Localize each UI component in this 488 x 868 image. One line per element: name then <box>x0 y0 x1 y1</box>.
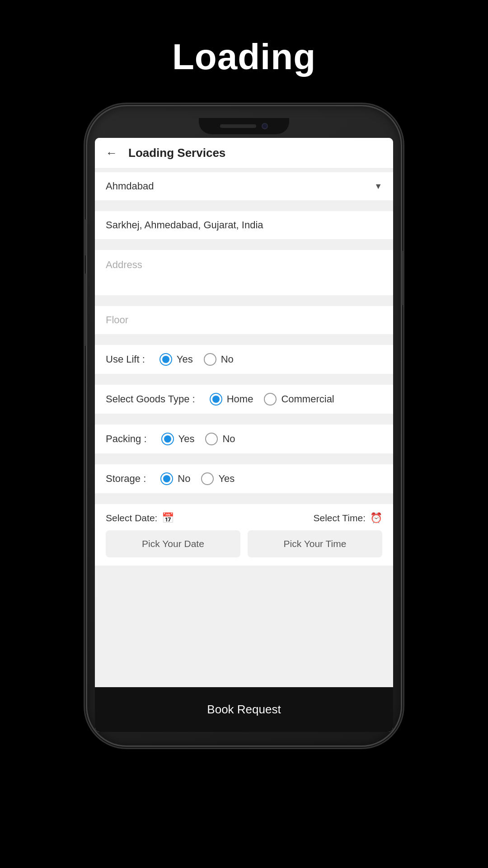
pick-date-button[interactable]: Pick Your Date <box>106 530 240 557</box>
separator <box>95 377 393 381</box>
storage-yes-label: Yes <box>218 473 235 485</box>
app-bar: ← Loading Services <box>95 138 393 169</box>
packing-no-option[interactable]: No <box>205 433 235 445</box>
packing-yes-label: Yes <box>178 433 195 445</box>
address-placeholder: Address <box>106 259 142 271</box>
location-value: Sarkhej, Ahmedabad, Gujarat, India <box>106 219 263 231</box>
goods-commercial-label: Commercial <box>281 393 334 405</box>
page-title: Loading <box>172 36 316 78</box>
goods-type-group: Select Goods Type : Home Commercial <box>95 385 393 414</box>
address-field[interactable]: Address <box>95 250 393 295</box>
app-bar-title: Loading Services <box>128 146 225 160</box>
use-lift-yes-radio[interactable] <box>160 353 172 366</box>
goods-home-radio[interactable] <box>210 393 222 406</box>
use-lift-label: Use Lift : <box>106 354 145 365</box>
separator <box>95 243 393 246</box>
datetime-section: Select Date: 📅 Select Time: ⏰ Pick Your … <box>95 504 393 566</box>
use-lift-yes-label: Yes <box>177 354 193 365</box>
phone-shell: ← Loading Services Ahmdabad ▼ Sarkhej, A… <box>86 105 402 747</box>
floor-field[interactable]: Floor <box>95 306 393 334</box>
storage-group: Storage : No Yes <box>95 464 393 493</box>
use-lift-no-option[interactable]: No <box>204 353 234 366</box>
pick-time-button[interactable]: Pick Your Time <box>248 530 382 557</box>
packing-no-label: No <box>222 433 235 445</box>
date-label: Select Date: <box>106 513 157 524</box>
goods-type-label: Select Goods Type : <box>106 393 195 405</box>
camera <box>262 123 268 129</box>
separator <box>95 299 393 302</box>
goods-home-option[interactable]: Home <box>210 393 253 406</box>
notch <box>199 118 289 134</box>
packing-yes-option[interactable]: Yes <box>161 433 195 445</box>
use-lift-yes-option[interactable]: Yes <box>160 353 193 366</box>
storage-yes-radio[interactable] <box>201 472 214 485</box>
book-btn-container: Book Request <box>95 687 393 732</box>
location-field[interactable]: Sarkhej, Ahmedabad, Gujarat, India <box>95 211 393 239</box>
use-lift-no-radio[interactable] <box>204 353 216 366</box>
storage-label: Storage : <box>106 473 146 485</box>
back-button[interactable]: ← <box>106 146 117 160</box>
packing-no-radio[interactable] <box>205 433 218 445</box>
scroll-content: Ahmdabad ▼ Sarkhej, Ahmedabad, Gujarat, … <box>95 169 393 687</box>
goods-home-label: Home <box>227 393 253 405</box>
storage-no-option[interactable]: No <box>160 472 190 485</box>
datetime-buttons: Pick Your Date Pick Your Time <box>106 530 382 557</box>
calendar-icon: 📅 <box>162 512 174 524</box>
separator <box>95 338 393 341</box>
separator <box>95 497 393 500</box>
city-value: Ahmdabad <box>106 180 154 192</box>
separator <box>95 204 393 208</box>
storage-yes-option[interactable]: Yes <box>201 472 235 485</box>
storage-no-radio[interactable] <box>160 472 173 485</box>
goods-commercial-option[interactable]: Commercial <box>264 393 334 406</box>
separator <box>95 417 393 421</box>
storage-no-label: No <box>178 473 190 485</box>
speaker <box>220 124 256 128</box>
use-lift-group: Use Lift : Yes No <box>95 345 393 374</box>
screen: ← Loading Services Ahmdabad ▼ Sarkhej, A… <box>95 138 393 732</box>
separator <box>95 457 393 461</box>
floor-placeholder: Floor <box>106 314 128 326</box>
datetime-labels: Select Date: 📅 Select Time: ⏰ <box>106 512 382 524</box>
packing-group: Packing : Yes No <box>95 425 393 453</box>
clock-icon: ⏰ <box>370 512 382 524</box>
use-lift-no-label: No <box>221 354 234 365</box>
packing-yes-radio[interactable] <box>161 433 174 445</box>
dropdown-arrow-icon: ▼ <box>374 182 382 191</box>
date-label-item: Select Date: 📅 <box>106 512 174 524</box>
book-request-button[interactable]: Book Request <box>106 696 382 723</box>
packing-label: Packing : <box>106 433 147 445</box>
goods-commercial-radio[interactable] <box>264 393 277 406</box>
time-label: Select Time: <box>313 513 366 524</box>
notch-area <box>87 106 401 138</box>
time-label-item: Select Time: ⏰ <box>313 512 382 524</box>
city-dropdown[interactable]: Ahmdabad ▼ <box>95 172 393 200</box>
